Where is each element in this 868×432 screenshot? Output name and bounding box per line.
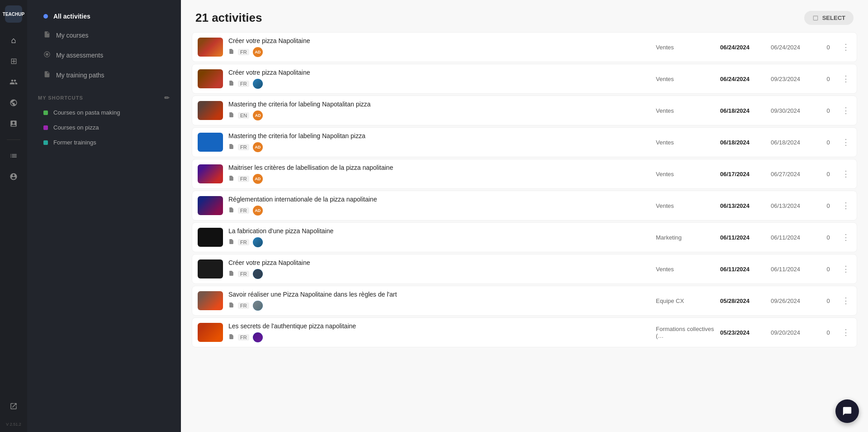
sidebar-item-all-activities[interactable]: All activities: [33, 8, 175, 24]
activity-lang: FR: [238, 176, 249, 182]
activity-menu-button[interactable]: ⋮: [840, 74, 851, 84]
home-icon[interactable]: ⌂: [5, 32, 22, 49]
table-row[interactable]: Les secrets de l'authentique pizza napol…: [192, 317, 857, 347]
table-row[interactable]: Créer votre pizza Napolitaine FR Ventes …: [192, 64, 857, 94]
assessments-icon: [43, 51, 51, 60]
sidebar-item-label: All activities: [53, 13, 90, 20]
sidebar-item-my-training-paths[interactable]: My training paths: [33, 66, 175, 84]
activity-info: Créer votre pizza Napolitaine FR AD: [228, 37, 650, 57]
activity-category: Marketing: [656, 234, 715, 241]
analytics-icon[interactable]: [5, 147, 22, 164]
table-row[interactable]: Savoir réaliser une Pizza Napolitaine da…: [192, 286, 857, 316]
activity-end-date: 06/27/2024: [771, 171, 816, 178]
app-logo: TEACHUP: [5, 5, 22, 23]
table-row[interactable]: Créer votre pizza Napolitaine FR AD Vent…: [192, 32, 857, 62]
main-content: 21 activities SELECT Créer votre pizza N…: [181, 0, 868, 432]
course-type-icon: [228, 270, 234, 278]
activity-meta: FR: [228, 332, 650, 342]
icon-rail: TEACHUP ⌂ ⊞ V 2.51.2: [0, 0, 27, 432]
shortcuts-edit-button[interactable]: ✏: [164, 94, 170, 101]
activity-thumbnail: [198, 196, 223, 215]
avatar: [253, 79, 263, 89]
sidebar-item-my-courses[interactable]: My courses: [33, 26, 175, 44]
sidebar: All activities My courses My assessments…: [27, 0, 181, 432]
admin-icon[interactable]: [5, 168, 22, 185]
activity-meta: FR: [228, 269, 650, 279]
dashboard-icon[interactable]: ⊞: [5, 53, 22, 70]
activity-meta: FR AD: [228, 142, 650, 152]
activity-menu-button[interactable]: ⋮: [840, 137, 851, 147]
activity-info: Mastering the criteria for labeling Napo…: [228, 132, 650, 152]
activity-start-date: 06/18/2024: [720, 107, 765, 114]
activity-end-date: 09/26/2024: [771, 298, 816, 304]
shortcut-pasta[interactable]: Courses on pasta making: [33, 106, 175, 120]
users-icon[interactable]: [5, 73, 22, 91]
activity-start-date: 05/23/2024: [720, 329, 765, 336]
activity-end-date: 09/20/2024: [771, 329, 816, 336]
activity-category: Equipe CX: [656, 298, 715, 304]
activity-count: 0: [821, 139, 835, 146]
table-row[interactable]: La fabrication d'une pizza Napolitaine F…: [192, 222, 857, 252]
activity-thumbnail: [198, 228, 223, 247]
shortcut-color-indicator: [43, 125, 48, 130]
shortcut-label: Former trainings: [53, 139, 96, 146]
globe-icon[interactable]: [5, 94, 22, 111]
activity-start-date: 06/24/2024: [720, 44, 765, 51]
activity-menu-button[interactable]: ⋮: [840, 42, 851, 52]
rail-divider: [7, 139, 20, 140]
activity-category: Ventes: [656, 44, 715, 51]
reports-icon[interactable]: [5, 115, 22, 132]
activity-menu-button[interactable]: ⋮: [840, 201, 851, 211]
table-row[interactable]: Maitriser les critères de labellisation …: [192, 159, 857, 189]
activity-menu-button[interactable]: ⋮: [840, 232, 851, 242]
avatar: [253, 332, 263, 342]
activity-menu-button[interactable]: ⋮: [840, 296, 851, 306]
sidebar-item-my-assessments[interactable]: My assessments: [33, 46, 175, 64]
course-type-icon: [228, 334, 234, 341]
activity-thumbnail: [198, 164, 223, 183]
activity-title: Réglementation internationale de la pizz…: [228, 196, 650, 203]
activity-start-date: 06/11/2024: [720, 234, 765, 241]
activity-meta: FR: [228, 79, 650, 89]
activity-thumbnail: [198, 323, 223, 342]
activity-menu-button[interactable]: ⋮: [840, 106, 851, 115]
avatar: [253, 237, 263, 247]
table-row[interactable]: Mastering the criteria for labeling Napo…: [192, 96, 857, 125]
avatar: [253, 269, 263, 279]
shortcut-pizza[interactable]: Courses on pizza: [33, 120, 175, 134]
activity-category: Ventes: [656, 76, 715, 82]
activity-thumbnail: [198, 101, 223, 120]
table-row[interactable]: Mastering the criteria for labeling Napo…: [192, 127, 857, 157]
select-button[interactable]: SELECT: [804, 11, 854, 25]
activity-menu-button[interactable]: ⋮: [840, 169, 851, 179]
activity-lang: FR: [238, 334, 249, 341]
activity-count: 0: [821, 234, 835, 241]
shortcut-label: Courses on pizza: [53, 124, 99, 131]
shortcut-label: Courses on pasta making: [53, 109, 120, 116]
activity-info: Maitriser les critères de labellisation …: [228, 164, 650, 184]
chat-button[interactable]: [835, 399, 859, 423]
activity-count: 0: [821, 266, 835, 273]
activity-meta: FR AD: [228, 206, 650, 216]
activity-menu-button[interactable]: ⋮: [840, 327, 851, 337]
table-row[interactable]: Créer votre pizza Napolitaine FR Ventes …: [192, 254, 857, 284]
activity-thumbnail: [198, 38, 223, 57]
activity-start-date: 06/17/2024: [720, 171, 765, 178]
activity-count: 0: [821, 298, 835, 304]
sidebar-item-label: My courses: [56, 32, 89, 39]
table-row[interactable]: Réglementation internationale de la pizz…: [192, 191, 857, 221]
shortcut-former[interactable]: Former trainings: [33, 135, 175, 149]
main-header: 21 activities SELECT: [181, 0, 868, 32]
activity-count: 0: [821, 44, 835, 51]
avatar: AD: [253, 142, 263, 152]
activity-count: 0: [821, 202, 835, 209]
course-type-icon: [228, 80, 234, 87]
activity-lang: EN: [238, 112, 249, 119]
activity-title: Maitriser les critères de labellisation …: [228, 164, 650, 171]
activity-title: Créer votre pizza Napolitaine: [228, 69, 650, 76]
sidebar-item-label: My assessments: [56, 52, 103, 59]
export-icon[interactable]: [5, 398, 22, 415]
activity-start-date: 06/24/2024: [720, 76, 765, 82]
activity-menu-button[interactable]: ⋮: [840, 264, 851, 274]
activity-info: La fabrication d'une pizza Napolitaine F…: [228, 227, 650, 247]
